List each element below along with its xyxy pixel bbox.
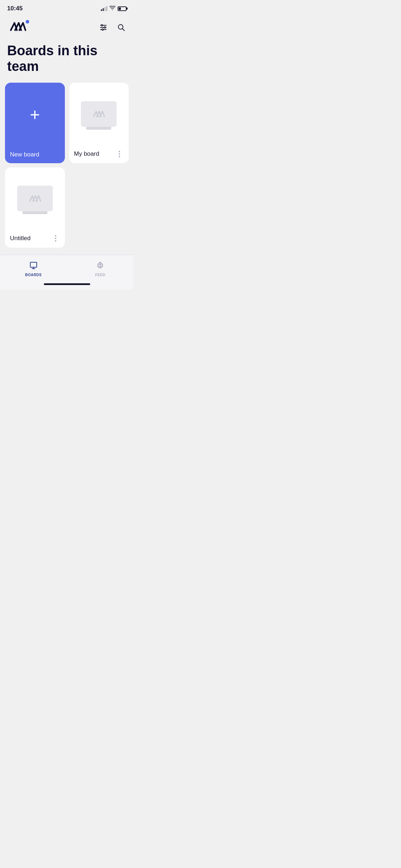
my-board-preview [69, 83, 129, 145]
notification-dot [26, 20, 29, 24]
app-header [0, 15, 134, 36]
nav-item-feed[interactable]: FEED [67, 259, 134, 278]
status-icons [101, 6, 127, 11]
new-board-footer: New board [5, 147, 65, 163]
status-bar: 10:45 [0, 0, 134, 15]
search-icon [117, 23, 125, 32]
battery-icon [118, 6, 127, 11]
svg-line-7 [123, 29, 125, 31]
untitled-board-more-button[interactable] [51, 234, 60, 243]
svg-point-1 [101, 25, 103, 26]
more-dots-icon-2 [55, 235, 56, 242]
logo-container [7, 19, 29, 36]
filter-button[interactable] [98, 22, 109, 33]
nav-item-boards[interactable]: BOARDS [0, 259, 67, 278]
feed-nav-icon [96, 261, 105, 272]
boards-grid: + New board My board [0, 83, 134, 248]
thumbnail-logo-2 [27, 193, 43, 204]
search-button[interactable] [116, 22, 127, 33]
boards-nav-icon [29, 261, 38, 272]
my-board-label: My board [74, 150, 99, 157]
untitled-board-card[interactable]: Untitled [5, 167, 65, 248]
thumbnail-logo [91, 108, 107, 120]
home-indicator [44, 283, 90, 285]
my-board-footer: My board [69, 145, 129, 163]
new-board-card[interactable]: + New board [5, 83, 65, 163]
header-actions [98, 22, 127, 33]
svg-point-5 [102, 29, 103, 30]
filter-icon [99, 23, 108, 32]
wifi-icon [109, 6, 115, 11]
svg-point-3 [104, 27, 106, 28]
my-board-card[interactable]: My board [69, 83, 129, 163]
status-time: 10:45 [7, 5, 22, 12]
new-board-label: New board [10, 151, 39, 158]
plus-icon: + [30, 106, 40, 123]
page-title-section: Boards in this team [0, 36, 134, 83]
signal-icon [101, 6, 107, 11]
my-board-more-button[interactable] [115, 150, 124, 158]
untitled-board-thumbnail [17, 186, 53, 211]
my-board-thumbnail [81, 101, 117, 127]
boards-nav-label: BOARDS [25, 273, 42, 277]
new-board-preview: + [5, 83, 65, 146]
untitled-board-preview [5, 167, 65, 230]
more-dots-icon [119, 151, 120, 157]
app-logo [7, 19, 29, 35]
untitled-board-footer: Untitled [5, 230, 65, 248]
bottom-nav: BOARDS FEED [0, 255, 134, 280]
feed-nav-label: FEED [95, 273, 106, 277]
page-title: Boards in this team [7, 43, 127, 74]
untitled-board-label: Untitled [10, 235, 31, 242]
